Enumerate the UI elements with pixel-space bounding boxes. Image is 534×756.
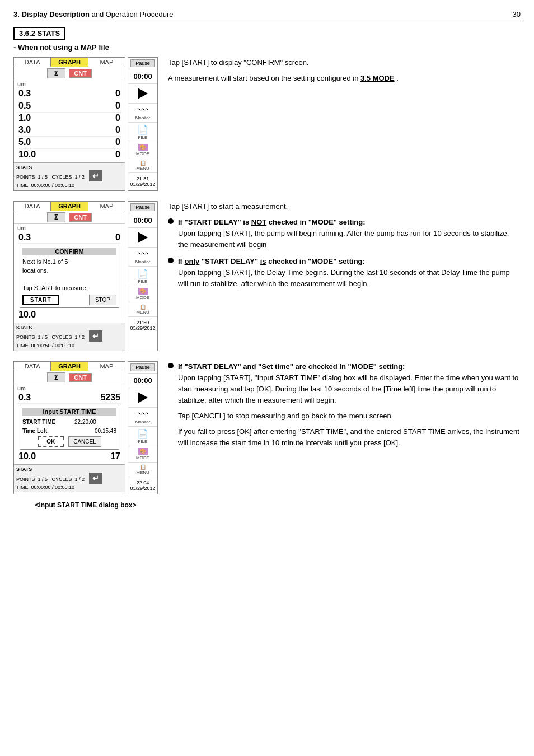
time-val-3: 00:00:00 / 00:00:10 [31, 484, 75, 490]
sidebar-mode-3[interactable]: 🎨 MODE [128, 446, 157, 463]
play-icon-3[interactable] [138, 392, 148, 403]
sidebar-play-2[interactable] [128, 228, 157, 248]
bullet-body-1: Upon tapping [START], the pump will begi… [178, 228, 521, 250]
bullet-item-3: If "START DELAY" and "Set time" are chec… [168, 361, 521, 454]
pause-button-2[interactable]: Pause [130, 203, 155, 211]
data-row-2-0: 0.3 0 [17, 232, 121, 244]
panel3-caption: <Input START TIME dialog box> [13, 501, 158, 509]
tab-graph-3[interactable]: GRAPH [51, 362, 88, 371]
tab-data-2[interactable]: DATA [14, 202, 51, 211]
bullet-title-2: If only "START DELAY" is checked in "MOD… [178, 256, 521, 267]
tab-map-3[interactable]: MAP [88, 362, 125, 371]
cycles-val-1: 1 / 2 [75, 174, 85, 180]
timer-display-1: 00:00 [133, 71, 152, 82]
tab-map-2[interactable]: MAP [88, 202, 125, 211]
data-row-1-2: 1.0 0 [17, 113, 121, 125]
tab-graph-1[interactable]: GRAPH [51, 58, 88, 67]
pause-button-3[interactable]: Pause [130, 363, 155, 371]
pause-button-1[interactable]: Pause [130, 59, 155, 67]
play-icon-2[interactable] [138, 232, 148, 243]
sidebar-pause-3[interactable]: Pause [128, 362, 157, 374]
sidebar-mode-2[interactable]: 🎨 MODE [128, 286, 157, 302]
monitor-label-3: Monitor [135, 419, 151, 424]
sidebar-timer-3: 00:00 [128, 374, 157, 388]
device-screen-3: DATA GRAPH MAP Σ CNT um 0.3 [13, 361, 125, 494]
back-arrow-1[interactable]: ↵ [89, 170, 102, 181]
tab-map-1[interactable]: MAP [88, 58, 125, 67]
right-text-2: Tap [START] to start a measurement. If "… [168, 201, 521, 296]
file-icon-2: 📄 [137, 268, 148, 279]
data-val-3-0: 0.3 [18, 392, 31, 404]
ok-button[interactable]: OK [38, 436, 64, 447]
cycles-label-2: CYCLES [52, 334, 72, 340]
monitor-label-2: Monitor [135, 259, 151, 264]
bullet2-post: checked in "MODE" setting: [266, 257, 365, 265]
tab-graph-2[interactable]: GRAPH [51, 202, 88, 211]
bullet-dot-3 [168, 363, 174, 368]
stop-button[interactable]: STOP [89, 295, 116, 305]
bullet-list-3: If "START DELAY" and "Set time" are chec… [168, 361, 521, 454]
data-row-1-3: 3.0 0 [17, 124, 121, 137]
tab-data-3[interactable]: DATA [14, 362, 51, 371]
bullet-body-3b: Tap [CANCEL] to stop measuring and go ba… [178, 410, 521, 422]
sidebar-menu-1[interactable]: 📋 MENU [128, 158, 157, 173]
sigma-row-3: Σ CNT [14, 371, 125, 384]
sigma-button-1[interactable]: Σ [47, 68, 65, 78]
sidebar-monitor-3[interactable]: 〰 Monitor [128, 408, 157, 427]
input-dialog-buttons: OK CANCEL [22, 436, 116, 447]
sigma-button-3[interactable]: Σ [47, 372, 65, 382]
back-arrow-3[interactable]: ↵ [89, 473, 102, 484]
menu-label-2: MENU [136, 310, 149, 315]
cnt-button-3[interactable]: CNT [69, 373, 92, 382]
sidebar-monitor-2[interactable]: 〰 Monitor [128, 248, 157, 267]
para-1: Tap [START] to display "CONFIRM" screen. [168, 57, 521, 68]
panel-3-wrapper: DATA GRAPH MAP Σ CNT um 0.3 [13, 361, 158, 509]
sidebar-pause-1[interactable]: Pause [128, 58, 157, 69]
data-row-3-0: 0.3 5235 [17, 392, 121, 404]
row-2: DATA GRAPH MAP Σ CNT um 0.3 0 [13, 201, 521, 351]
bullet2-is: is [260, 257, 266, 265]
bullet-body-3a: Upon tapping [START], "Input START TIME"… [178, 372, 521, 406]
bullet3-pre: If "START DELAY" and "Set time" [178, 362, 296, 371]
cancel-button[interactable]: CANCEL [68, 436, 101, 447]
sigma-button-2[interactable]: Σ [47, 212, 65, 222]
bullet1-post: checked in "MODE" setting: [266, 218, 365, 226]
sidebar-2: Pause 00:00 〰 Monitor 📄 FILE 🎨 [128, 201, 158, 351]
bullet-content-3: If "START DELAY" and "Set time" are chec… [178, 361, 521, 454]
start-time-label: START TIME [22, 419, 55, 425]
play-icon-1[interactable] [138, 88, 148, 99]
time-left-val: 00:15:48 [95, 428, 116, 434]
para-2-pre: A measurement will start based on the se… [168, 74, 360, 82]
datetime-3: 22:04 03/29/2012 [130, 479, 155, 492]
cnt-button-2[interactable]: CNT [69, 213, 92, 222]
cnt-button-1[interactable]: CNT [69, 69, 92, 78]
sidebar-play-1[interactable] [128, 84, 157, 104]
um-label-1: um [17, 81, 26, 87]
datetime-1: 21:31 03/29/2012 [130, 175, 155, 188]
sidebar-mode-1[interactable]: 🎨 MODE [128, 142, 157, 158]
monitor-icon-3: 〰 [138, 409, 148, 419]
start-time-input[interactable] [72, 418, 116, 426]
um-label-3: um [17, 385, 26, 391]
data-val-1-2: 1.0 [18, 113, 31, 124]
sidebar-pause-2[interactable]: Pause [128, 202, 157, 213]
para-2: A measurement will start based on the se… [168, 73, 521, 84]
points-val-2: 1 / 5 [38, 334, 48, 340]
sidebar-monitor-1[interactable]: 〰 Monitor [128, 104, 157, 123]
file-label-2: FILE [138, 279, 148, 284]
sidebar-menu-2[interactable]: 📋 MENU [128, 302, 157, 317]
sidebar-file-3[interactable]: 📄 FILE [128, 427, 157, 446]
tab-data-1[interactable]: DATA [14, 58, 51, 67]
back-arrow-2[interactable]: ↵ [89, 330, 102, 342]
sidebar-play-3[interactable] [128, 388, 157, 408]
bullet-item-2: If only "START DELAY" is checked in "MOD… [168, 256, 521, 290]
chapter-title: 3. Display Description [13, 10, 90, 18]
data-header-3: um [17, 385, 121, 391]
cycles-label-1: CYCLES [52, 174, 72, 180]
sidebar-file-1[interactable]: 📄 FILE [128, 123, 157, 142]
stats-bar-1: STATS POINTS 1 / 5 CYCLES 1 / 2 ↵ TIME 0… [14, 162, 125, 190]
page-number: 30 [513, 10, 521, 18]
start-button[interactable]: START [22, 295, 59, 305]
sidebar-file-2[interactable]: 📄 FILE [128, 267, 157, 286]
sidebar-menu-3[interactable]: 📋 MENU [128, 463, 157, 477]
